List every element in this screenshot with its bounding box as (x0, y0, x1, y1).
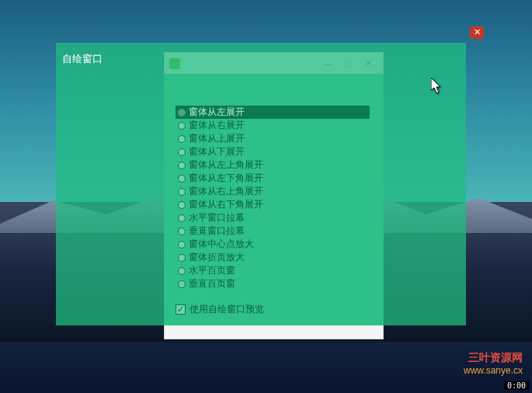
animation-option[interactable]: 窗体从上展开 (176, 132, 370, 145)
animation-option-label: 窗体从上展开 (189, 132, 245, 145)
animation-option[interactable]: 窗体从右展开 (176, 119, 370, 132)
animation-option-label: 水平窗口拉幕 (189, 211, 245, 224)
radio-icon (178, 228, 186, 235)
desktop-close-button[interactable]: ✕ (470, 26, 484, 39)
radio-icon (178, 162, 186, 169)
desktop-wallpaper: ✕ — □ ✕ 自绘窗口 窗体从左展开窗体从右展开窗体从上展开窗体从下展开窗体从… (0, 0, 532, 393)
radio-icon (178, 109, 186, 117)
animation-option-label: 窗体从左下角展开 (189, 172, 263, 185)
animation-option-label: 窗体从右下角展开 (189, 198, 263, 211)
radio-icon (178, 122, 186, 130)
radio-icon (178, 175, 186, 183)
animation-option[interactable]: 窗体从左展开 (176, 106, 370, 119)
animation-option[interactable]: 水平窗口拉幕 (176, 211, 370, 224)
animation-option[interactable]: 垂直窗口拉幕 (176, 224, 370, 238)
recording-timer: 0:00 (504, 381, 529, 390)
animation-option-label: 垂直窗口拉幕 (189, 224, 245, 238)
radio-icon (178, 280, 186, 288)
animation-option[interactable]: 水平百页窗 (176, 264, 370, 277)
animation-option-label: 窗体从左上角展开 (189, 158, 263, 172)
animation-option-label: 垂直百页窗 (189, 277, 235, 290)
radio-icon (178, 241, 186, 249)
animation-option[interactable]: 窗体从左上角展开 (176, 158, 370, 172)
radio-icon (178, 267, 186, 275)
animation-option[interactable]: 窗体从右下角展开 (176, 198, 370, 211)
animation-option[interactable]: 垂直百页窗 (176, 277, 370, 290)
watermark: 三叶资源网 www.sanye.cx (464, 351, 523, 376)
overlay-title: 自绘窗口 (56, 43, 466, 66)
radio-icon (178, 201, 186, 209)
radio-icon (178, 254, 186, 262)
radio-icon (178, 148, 186, 156)
animation-option-label: 窗体折页放大 (189, 251, 245, 264)
animation-option-label: 窗体中心点放大 (189, 238, 254, 251)
animation-options: 窗体从左展开窗体从右展开窗体从上展开窗体从下展开窗体从左上角展开窗体从左下角展开… (176, 106, 370, 316)
radio-icon (178, 135, 186, 143)
animation-option-label: 水平百页窗 (189, 264, 235, 277)
animation-option[interactable]: 窗体从下展开 (176, 145, 370, 158)
preview-checkbox-row[interactable]: ✓ 使用自绘窗口预览 (176, 303, 370, 316)
preview-checkbox-label: 使用自绘窗口预览 (190, 303, 264, 316)
watermark-url: www.sanye.cx (464, 365, 523, 376)
animation-option-label: 窗体从下展开 (189, 145, 245, 158)
radio-icon (178, 214, 186, 222)
animation-option[interactable]: 窗体折页放大 (176, 251, 370, 264)
animation-option[interactable]: 窗体中心点放大 (176, 238, 370, 251)
preview-checkbox[interactable]: ✓ (176, 304, 186, 315)
animation-option-label: 窗体从左展开 (189, 106, 245, 119)
animation-option[interactable]: 窗体从右上角展开 (176, 185, 370, 198)
radio-icon (178, 188, 186, 196)
animation-option-label: 窗体从右上角展开 (189, 185, 263, 198)
animation-option-label: 窗体从右展开 (189, 119, 245, 132)
watermark-title: 三叶资源网 (464, 351, 523, 365)
animation-option[interactable]: 窗体从左下角展开 (176, 172, 370, 185)
